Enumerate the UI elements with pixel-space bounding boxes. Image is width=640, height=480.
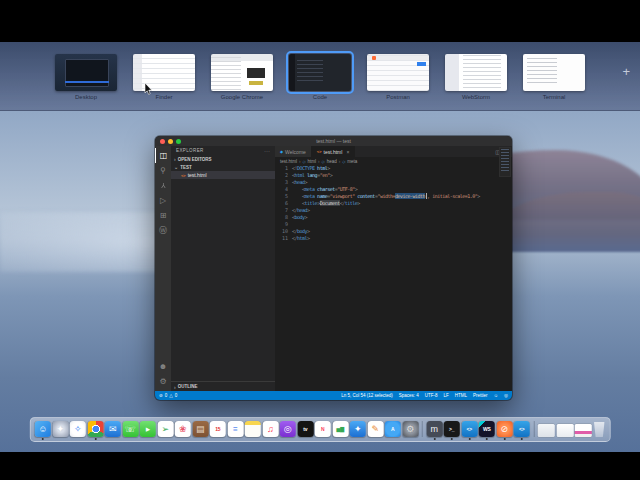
add-desktop-button[interactable]: + xyxy=(622,64,630,79)
photos-dock-icon[interactable]: ❀ xyxy=(175,421,191,437)
minimized-window-1-dock-icon[interactable] xyxy=(538,424,555,437)
keynote-dock-icon[interactable]: ✦ xyxy=(350,421,366,437)
tv-dock-icon[interactable]: tv xyxy=(297,421,313,437)
keynote-glyph: ✦ xyxy=(354,425,362,434)
accounts-icon[interactable]: ☻ xyxy=(155,359,171,374)
status-item[interactable]: Ln 5, Col 54 (12 selected) xyxy=(341,393,393,398)
breadcrumb-separator: › xyxy=(339,159,341,164)
calendar-dock-icon[interactable]: 15 xyxy=(210,421,226,437)
breadcrumb-item[interactable]: html xyxy=(308,159,317,164)
contacts-dock-icon[interactable]: ▤ xyxy=(192,421,208,437)
mamp-dock-icon[interactable]: m xyxy=(426,421,442,437)
terminal-dock-icon[interactable]: >_ xyxy=(444,421,460,437)
pages-dock-icon[interactable]: ✎ xyxy=(367,421,383,437)
system-preferences-dock-icon[interactable]: ⚙ xyxy=(402,421,418,437)
wordpress-icon[interactable]: Ⓦ xyxy=(155,223,171,238)
code-line: 9 xyxy=(275,221,512,228)
facetime-dock-icon[interactable]: ▶ xyxy=(140,421,156,437)
postman-dock-icon[interactable]: ⊘ xyxy=(496,421,512,437)
html-file-icon: <> xyxy=(181,173,186,178)
app-thumbnail-postman[interactable]: Postman xyxy=(367,54,429,101)
finder-glyph: ☺ xyxy=(38,425,47,434)
app-thumbnail-label: WebStorm xyxy=(462,94,490,101)
explorer-icon[interactable]: ◫ xyxy=(155,148,171,163)
breadcrumb[interactable]: test.html›◇html›◇head›◇meta xyxy=(275,157,512,165)
line-number: 8 xyxy=(275,214,292,221)
tab-test-html[interactable]: <> test.html × xyxy=(312,146,356,157)
problems-status[interactable]: ⊘0△0 xyxy=(159,393,177,398)
app-thumbnail-webstorm[interactable]: WebStorm xyxy=(445,54,507,101)
safari-dock-icon[interactable]: ✧ xyxy=(70,421,86,437)
app-thumbnail-terminal[interactable]: Terminal xyxy=(523,54,585,101)
chrome-dock-icon[interactable] xyxy=(87,421,103,437)
numbers-dock-icon[interactable]: ▅▇ xyxy=(332,421,348,437)
open-editors-section[interactable]: › OPEN EDITORS xyxy=(171,155,275,163)
line-number: 7 xyxy=(275,207,292,214)
trash-dock-icon[interactable] xyxy=(593,422,605,437)
run-debug-icon[interactable]: ▷ xyxy=(155,193,171,208)
podcasts-glyph: ◎ xyxy=(284,425,292,434)
minimized-window-2-dock-icon[interactable] xyxy=(556,424,573,437)
maps-dock-icon[interactable]: ➢ xyxy=(157,421,173,437)
status-bar: ⊘0△0 Ln 5, Col 54 (12 selected)Spaces: 4… xyxy=(155,391,512,400)
window-body: ◫⚲Y▷⊞Ⓦ ☻⚙ EXPLORER ··· › OPEN EDITORS ⌄ … xyxy=(155,146,512,391)
code-line: 6 <title>Document</title> xyxy=(275,200,512,207)
minimized-window-3-dock-icon[interactable] xyxy=(575,424,592,437)
status-item[interactable]: UTF-8 xyxy=(425,393,438,398)
messages-glyph: ☏ xyxy=(125,425,136,434)
app-thumbnail-desktop[interactable]: Desktop xyxy=(55,54,117,101)
status-item[interactable]: Spaces: 4 xyxy=(399,393,419,398)
messages-dock-icon[interactable]: ☏ xyxy=(122,421,138,437)
app-thumbnail-finder[interactable]: Finder xyxy=(133,54,195,101)
code-line: 1<!DOCTYPE html> xyxy=(275,165,512,172)
close-tab-icon[interactable]: × xyxy=(346,149,349,155)
explorer-more-actions-icon[interactable]: ··· xyxy=(264,148,270,154)
settings-icon[interactable]: ⚙ xyxy=(155,374,171,389)
podcasts-dock-icon[interactable]: ◎ xyxy=(280,421,296,437)
status-item[interactable]: Prettier xyxy=(473,393,488,398)
status-item[interactable]: LF xyxy=(443,393,448,398)
tab-label: test.html xyxy=(324,149,343,155)
mail-dock-icon[interactable]: ✉ xyxy=(105,421,121,437)
search-icon[interactable]: ⚲ xyxy=(155,163,171,178)
activity-bar-bottom: ☻⚙ xyxy=(155,359,171,389)
notes-dock-icon[interactable] xyxy=(245,421,261,437)
breadcrumb-item[interactable]: head xyxy=(327,159,337,164)
source-control-icon[interactable]: Y xyxy=(155,178,171,193)
file-item-test-html[interactable]: <> test.html xyxy=(171,171,275,179)
reminders-dock-icon[interactable]: ☰ xyxy=(227,421,243,437)
outline-section[interactable]: › OUTLINE xyxy=(171,381,275,391)
minimap[interactable] xyxy=(499,147,511,177)
code-line: 3<head> xyxy=(275,179,512,186)
app-thumbnail-code[interactable]: Code xyxy=(289,54,351,101)
folder-section[interactable]: ⌄ TEST xyxy=(171,163,275,171)
breadcrumb-item[interactable]: meta xyxy=(347,159,357,164)
music-dock-icon[interactable]: ♫ xyxy=(262,421,278,437)
feedback-icon[interactable]: ☺ xyxy=(493,393,498,398)
notifications-icon[interactable]: ◎ xyxy=(504,393,508,398)
window-titlebar[interactable]: test.html — test xyxy=(155,136,512,146)
vscode-dock-icon[interactable]: <> xyxy=(461,421,477,437)
calendar-glyph: 15 xyxy=(215,427,220,432)
app-thumbnail-chrome[interactable]: Google Chrome xyxy=(211,54,273,101)
mouse-cursor xyxy=(144,83,153,96)
code-editor[interactable]: 1<!DOCTYPE html>2<html lang="en">3<head>… xyxy=(275,165,512,391)
reminders-glyph: ☰ xyxy=(233,427,237,432)
explorer-sidebar: EXPLORER ··· › OPEN EDITORS ⌄ TEST <> te… xyxy=(171,146,275,391)
status-item[interactable]: HTML xyxy=(455,393,467,398)
editor-area[interactable]: ◆ Welcome <> test.html × ◫ ··· test.html… xyxy=(275,146,512,391)
dock-separator xyxy=(422,421,423,437)
letterbox-bottom xyxy=(0,452,640,480)
vscode-insiders-dock-icon[interactable]: <> xyxy=(514,421,530,437)
news-dock-icon[interactable]: N xyxy=(315,421,331,437)
breadcrumb-item[interactable]: test.html xyxy=(280,159,297,164)
appstore-dock-icon[interactable]: A xyxy=(385,421,401,437)
vscode-window[interactable]: test.html — test ◫⚲Y▷⊞Ⓦ ☻⚙ EXPLORER ··· … xyxy=(155,136,512,400)
webstorm-dock-icon[interactable]: WS xyxy=(479,421,495,437)
launchpad-dock-icon[interactable]: ✦ xyxy=(52,421,68,437)
finder-dock-icon[interactable]: ☺ xyxy=(35,421,51,437)
code-line: 11</html> xyxy=(275,235,512,242)
tab-welcome[interactable]: ◆ Welcome xyxy=(275,146,312,157)
extensions-icon[interactable]: ⊞ xyxy=(155,208,171,223)
symbol-icon: ◇ xyxy=(303,159,306,164)
